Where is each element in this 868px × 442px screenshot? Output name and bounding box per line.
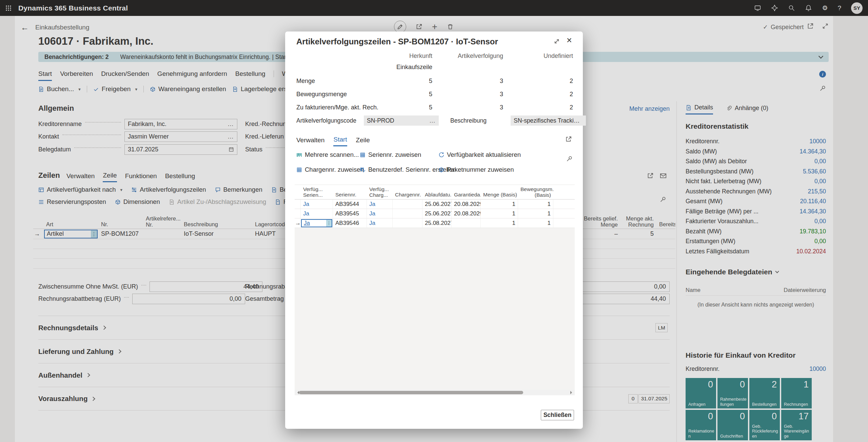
- tab-verwalten[interactable]: Verwalten: [296, 136, 324, 146]
- tracking-code-field[interactable]: SN-PROD…: [364, 115, 439, 126]
- tab-zeile[interactable]: Zeile: [356, 136, 370, 146]
- matrix-row-bewegungsmenge: Bewegungsmenge 532: [296, 91, 573, 99]
- column-header[interactable]: Menge (Basis): [481, 192, 518, 198]
- row-marker-icon: →: [295, 218, 301, 228]
- description-field[interactable]: SN-spezifisches Tracking für Pro...: [511, 115, 586, 126]
- tracking-lines-grid: Verfüg...Serien... Seriennr. Verfüg...Ch…: [295, 185, 575, 395]
- column-header[interactable]: Verfüg...Serien...: [301, 186, 333, 198]
- grid-empty-area: [295, 228, 575, 390]
- field-label: Artikelverfolgungscode: [296, 117, 356, 124]
- schliessen-button[interactable]: Schließen: [541, 410, 574, 420]
- column-header[interactable]: Seriennr.: [333, 192, 367, 198]
- grid-row-selected[interactable]: → Ja⋮ AB39546 Ja 25.08.2027 1 1: [295, 218, 575, 228]
- tab-start[interactable]: Start: [333, 136, 347, 146]
- horizontal-scrollbar[interactable]: [295, 390, 575, 395]
- action-chargennr-zuweisen[interactable]: Chargennr. zuweisen: [296, 165, 364, 174]
- matrix-source-row: Einkaufszeile: [296, 64, 573, 72]
- share-icon[interactable]: [565, 136, 572, 143]
- scroll-right-icon[interactable]: [570, 391, 574, 394]
- expand-icon[interactable]: [552, 36, 562, 46]
- dialog-title: Artikelverfolgungszeilen - SP-BOM1207 · …: [296, 37, 498, 46]
- matrix-row-fakturieren: Zu fakturieren/Mge. akt. Rech. 532: [296, 104, 573, 112]
- pin-icon[interactable]: [566, 155, 573, 162]
- grid-row[interactable]: Ja AB39545 Ja 25.06.2027 20.08.2029 1 1: [295, 209, 575, 218]
- grid-row[interactable]: Ja AB39544 Ja 25.06.2027 20.08.2029 1 1: [295, 199, 575, 209]
- column-header[interactable]: Garantieda...: [452, 192, 481, 198]
- field-label: Beschreibung: [450, 117, 487, 124]
- item-tracking-dialog: Artikelverfolgungszeilen - SP-BOM1207 · …: [285, 31, 583, 429]
- action-paketnummer-zuweisen[interactable]: Paketnummer zuweisen: [438, 165, 514, 174]
- close-icon[interactable]: ×: [564, 35, 575, 46]
- matrix-row-menge: Menge 532: [296, 78, 573, 86]
- column-header[interactable]: Verfüg...Charg...: [367, 186, 393, 198]
- column-header[interactable]: Chargennr.: [393, 192, 422, 198]
- app-window: Dynamics 365 Business Central ⚙ ? SY ← E…: [0, 0, 868, 442]
- scrollbar-thumb[interactable]: [299, 391, 523, 394]
- lookup-icon[interactable]: …: [429, 117, 436, 124]
- dialog-menu: Verwalten Start Zeile: [296, 136, 370, 146]
- verfueg-cell[interactable]: Ja⋮: [301, 219, 332, 227]
- action-verfuegbarkeit-aktualisieren[interactable]: Verfügbarkeit aktualisieren: [438, 150, 521, 160]
- action-seriennr-zuweisen[interactable]: Seriennr. zuweisen: [360, 150, 421, 160]
- scroll-left-icon[interactable]: [296, 391, 299, 394]
- kebab-menu-icon[interactable]: ⋮: [326, 220, 332, 227]
- grid-header-row: Verfüg...Serien... Seriennr. Verfüg...Ch…: [295, 185, 575, 199]
- matrix-header-row: Herkunft Artikelverfolgung Undefiniert: [296, 52, 573, 61]
- column-header[interactable]: Bewegungsm...(Basis): [518, 186, 553, 198]
- action-mehrere-scannen[interactable]: Mehrere scannen...: [296, 150, 359, 160]
- column-header[interactable]: Ablaufdatu...: [422, 192, 452, 198]
